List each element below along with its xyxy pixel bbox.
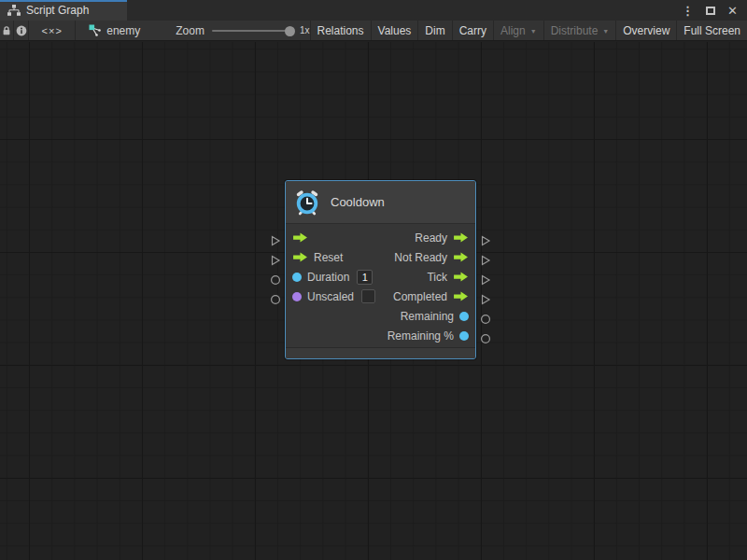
tick-output-port[interactable]: Tick — [427, 271, 469, 284]
zoom-slider-handle[interactable] — [285, 26, 295, 36]
duration-value-field[interactable]: 1 — [357, 270, 373, 285]
flow-arrow-icon — [453, 231, 469, 244]
node-title: Cooldown — [331, 195, 385, 209]
graph-breadcrumb[interactable]: enemy — [89, 21, 140, 40]
port-row: Unscaled Completed — [286, 287, 475, 306]
port-row: Remaining % — [286, 326, 475, 345]
number-port-icon — [459, 331, 469, 341]
port-row: Duration 1 Tick — [286, 267, 475, 287]
lock-icon — [1, 25, 12, 36]
boolean-port-icon — [292, 292, 302, 301]
fullscreen-button[interactable]: Full Screen — [676, 21, 747, 40]
code-icon: <×> — [42, 25, 63, 36]
close-icon[interactable]: ✕ — [727, 4, 738, 18]
flow-input-connector[interactable] — [270, 255, 281, 266]
chevron-down-icon: ▼ — [602, 28, 609, 35]
flow-arrow-icon — [453, 271, 469, 283]
data-output-connector[interactable] — [480, 314, 491, 325]
flow-arrow-icon — [453, 251, 469, 263]
info-icon — [16, 25, 27, 36]
relations-button[interactable]: Relations — [310, 21, 371, 40]
remaining-percent-output-port[interactable]: Remaining % — [388, 329, 469, 343]
cooldown-node-header[interactable]: Cooldown — [286, 181, 475, 224]
graph-toolbar: <×> enemy Zoom 1x Relations Values Dim C… — [0, 21, 747, 41]
flow-output-port[interactable]: Ready — [415, 231, 469, 245]
menu-kebab-icon[interactable]: ⋮ — [682, 4, 694, 18]
not-ready-output-port[interactable]: Not Ready — [394, 251, 469, 264]
node-ports: Ready Reset Not Ready — [286, 224, 475, 345]
port-row: Reset Not Ready — [286, 247, 475, 267]
unscaled-input-port[interactable]: Unscaled — [292, 289, 375, 303]
graph-canvas[interactable]: Cooldown Ready Reset — [0, 42, 747, 560]
zoom-slider[interactable] — [212, 30, 292, 32]
remaining-output-port[interactable]: Remaining — [401, 310, 469, 323]
zoom-value: 1x — [300, 25, 310, 35]
carry-button[interactable]: Carry — [452, 21, 493, 40]
overview-button[interactable]: Overview — [615, 21, 676, 40]
flow-input-connector[interactable] — [270, 235, 281, 246]
window-controls: ⋮ ✕ — [682, 0, 747, 21]
chevron-down-icon: ▼ — [530, 28, 537, 35]
script-graph-window: Script Graph ⋮ ✕ <×> — [0, 0, 747, 560]
data-input-connector[interactable] — [270, 294, 281, 305]
flow-output-connector[interactable] — [480, 274, 491, 286]
zoom-control: Zoom 1x — [176, 21, 309, 40]
code-view-button[interactable]: <×> — [29, 21, 76, 40]
tab-label: Script Graph — [26, 4, 89, 17]
graph-variable-icon — [89, 24, 101, 36]
flow-output-connector[interactable] — [480, 235, 491, 246]
number-port-icon — [459, 312, 469, 321]
toolbar-buttons: Relations Values Dim Carry Align ▼ Distr… — [310, 21, 747, 40]
flow-output-connector[interactable] — [480, 255, 491, 266]
flow-arrow-icon — [292, 251, 308, 263]
maximize-icon[interactable] — [706, 7, 715, 15]
dim-button[interactable]: Dim — [417, 21, 451, 40]
flow-input-port[interactable] — [292, 231, 314, 244]
graph-name-label: enemy — [106, 24, 140, 37]
graph-hierarchy-icon — [7, 5, 21, 16]
alarm-clock-icon — [293, 189, 321, 217]
align-dropdown: Align ▼ — [493, 21, 543, 40]
reset-input-port[interactable]: Reset — [292, 251, 343, 264]
flow-output-connector[interactable] — [480, 294, 491, 305]
flow-arrow-icon — [453, 290, 469, 302]
values-button[interactable]: Values — [371, 21, 418, 40]
lock-button[interactable] — [0, 21, 14, 40]
cooldown-node[interactable]: Cooldown Ready Reset — [285, 180, 476, 359]
zoom-label: Zoom — [176, 24, 204, 37]
flow-arrow-icon — [292, 231, 308, 244]
number-port-icon — [292, 273, 302, 282]
tab-script-graph[interactable]: Script Graph — [0, 0, 127, 21]
tab-accent-line — [0, 0, 127, 2]
completed-output-port[interactable]: Completed — [393, 290, 469, 303]
title-bar: Script Graph ⋮ ✕ — [0, 0, 747, 21]
duration-input-port[interactable]: Duration 1 — [292, 270, 373, 285]
data-output-connector[interactable] — [480, 333, 491, 344]
port-row: Ready — [286, 228, 475, 247]
data-input-connector[interactable] — [270, 274, 281, 286]
node-footer — [286, 347, 475, 358]
info-button[interactable] — [14, 21, 29, 40]
unscaled-checkbox[interactable] — [361, 289, 375, 303]
port-row: Remaining — [286, 306, 475, 326]
distribute-dropdown: Distribute ▼ — [543, 21, 616, 40]
